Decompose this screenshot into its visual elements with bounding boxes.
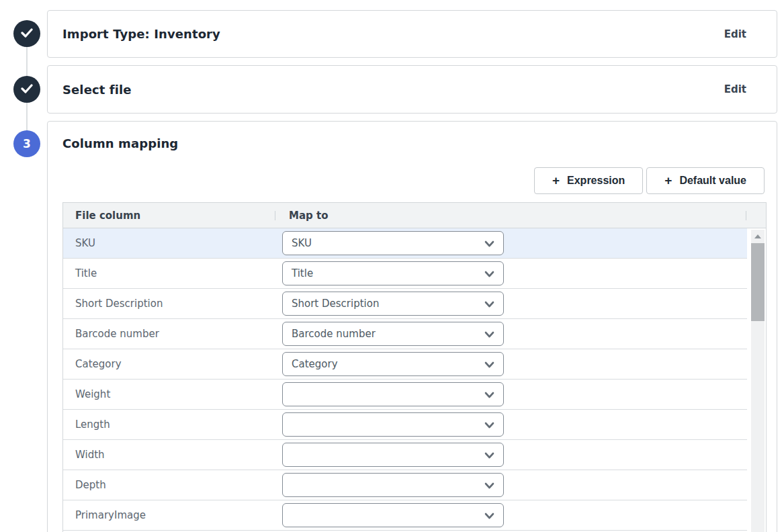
file-column-cell: Short Description — [63, 298, 282, 310]
header-file-column: File column — [75, 203, 140, 228]
plus-icon: + — [664, 174, 672, 187]
map-to-dropdown[interactable] — [282, 412, 504, 437]
header-map-to: Map to — [289, 203, 328, 228]
add-expression-button[interactable]: + Expression — [534, 167, 643, 194]
file-column-label: Category — [75, 358, 122, 370]
step2-title: Select file — [62, 83, 132, 97]
table-row: Weight — [63, 380, 747, 410]
plus-icon: + — [552, 174, 560, 187]
map-to-dropdown[interactable]: Title — [282, 261, 504, 285]
scrollbar-thumb[interactable] — [751, 243, 765, 321]
map-to-dropdown[interactable]: Short Description — [282, 292, 504, 316]
map-to-selected-value: Barcode number — [292, 328, 376, 340]
map-to-selected-value: Title — [292, 267, 313, 279]
check-icon — [21, 83, 33, 96]
step1-card-import-type: Import Type: Inventory Edit — [47, 10, 777, 58]
file-column-label: Length — [75, 418, 110, 431]
file-column-label: SKU — [75, 237, 95, 249]
step3-card-column-mapping: Column mapping + Expression + Default va… — [47, 121, 777, 532]
step2-edit-link[interactable]: Edit — [724, 83, 746, 95]
file-column-cell: SKU — [63, 237, 282, 249]
default-value-button-label: Default value — [679, 175, 746, 187]
map-to-dropdown[interactable] — [282, 382, 504, 406]
map-to-dropdown[interactable]: Barcode number — [282, 322, 504, 346]
chevron-down-icon — [484, 388, 494, 401]
map-to-selected-value: Category — [292, 358, 338, 370]
chevron-down-icon — [484, 449, 494, 461]
add-default-value-button[interactable]: + Default value — [646, 167, 765, 194]
chevron-down-icon — [484, 328, 494, 341]
file-column-cell: Depth — [63, 479, 282, 491]
file-column-cell: Width — [63, 449, 282, 461]
header-separator — [746, 211, 746, 220]
table-row: PrimaryImage — [63, 500, 747, 531]
step1-edit-link[interactable]: Edit — [724, 28, 746, 40]
file-column-cell: Title — [63, 267, 282, 279]
file-column-label: Title — [75, 267, 97, 279]
table-row: Short Description Short Description — [63, 289, 747, 319]
mapping-toolbar: + Expression + Default value — [534, 167, 765, 194]
map-to-dropdown[interactable]: SKU — [282, 231, 504, 255]
file-column-cell: Weight — [63, 388, 282, 400]
check-icon — [21, 28, 33, 40]
map-to-dropdown[interactable]: Category — [282, 352, 504, 376]
file-column-cell: PrimaryImage — [63, 509, 282, 521]
table-row: Depth — [63, 470, 747, 500]
table-row: SKU SKU — [63, 228, 747, 259]
file-column-cell: Barcode number — [63, 328, 282, 340]
chevron-down-icon — [484, 479, 494, 492]
step1-complete-badge — [13, 20, 40, 47]
step3-number: 3 — [23, 137, 31, 150]
table-row: Width — [63, 440, 747, 470]
chevron-down-icon — [484, 267, 494, 280]
table-body-rows: SKU SKU Title Title Short Description Sh… — [63, 228, 747, 532]
chevron-down-icon — [484, 237, 494, 250]
table-row: Category Category — [63, 349, 747, 380]
table-row: Length — [63, 410, 747, 440]
step2-complete-badge — [13, 76, 40, 103]
table-header: File column Map to — [63, 203, 766, 228]
table-row: Barcode number Barcode number — [63, 319, 747, 349]
step1-title: Import Type: Inventory — [62, 27, 220, 41]
chevron-down-icon — [484, 298, 494, 310]
file-column-label: Width — [75, 449, 105, 461]
map-to-dropdown[interactable] — [282, 503, 504, 527]
map-to-selected-value: Short Description — [292, 298, 379, 310]
file-column-cell: Category — [63, 358, 282, 370]
header-separator — [275, 211, 275, 220]
table-scrollbar[interactable] — [751, 230, 765, 532]
step2-card-select-file: Select file Edit — [47, 65, 777, 114]
file-column-label: PrimaryImage — [75, 509, 146, 521]
chevron-down-icon — [484, 418, 494, 431]
chevron-down-icon — [484, 509, 494, 522]
file-column-label: Barcode number — [75, 328, 159, 340]
scrollbar-up-arrow-icon[interactable] — [754, 234, 761, 238]
map-to-selected-value: SKU — [292, 237, 312, 249]
expression-button-label: Expression — [567, 175, 625, 187]
file-column-label: Short Description — [75, 298, 163, 310]
step3-title: Column mapping — [62, 136, 178, 150]
import-wizard-page: 3 Import Type: Inventory Edit Select fil… — [0, 0, 784, 532]
table-row: Title Title — [63, 259, 747, 289]
column-mapping-table: File column Map to SKU SKU Title Title — [62, 202, 767, 532]
chevron-down-icon — [484, 358, 494, 371]
map-to-dropdown[interactable] — [282, 473, 504, 497]
file-column-cell: Length — [63, 418, 282, 431]
file-column-label: Weight — [75, 388, 110, 400]
map-to-dropdown[interactable] — [282, 443, 504, 467]
file-column-label: Depth — [75, 479, 106, 491]
step3-number-badge: 3 — [13, 130, 40, 157]
